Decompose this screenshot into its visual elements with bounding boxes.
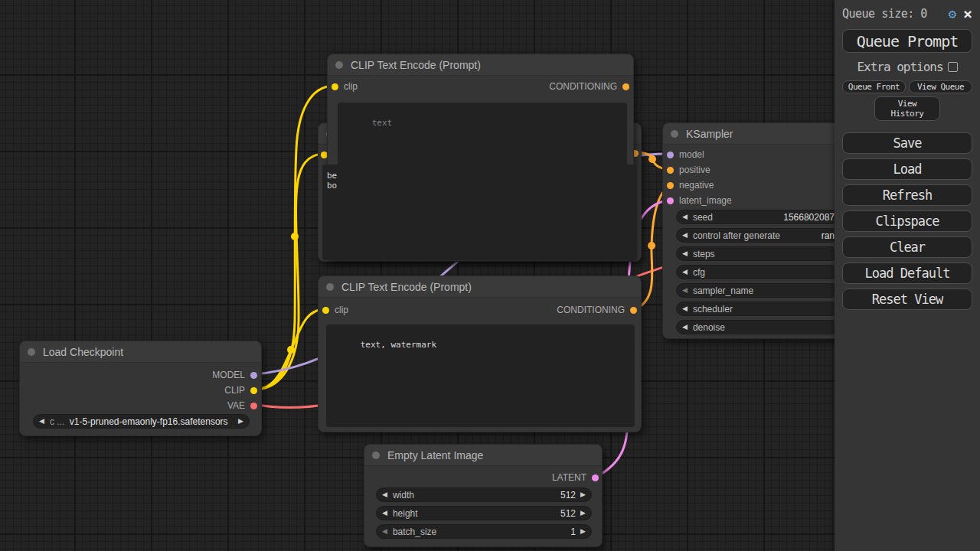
collapse-dot-icon[interactable] — [28, 348, 35, 356]
queue-size-label: Queue size: 0 — [842, 7, 927, 21]
widget-label: cfg — [693, 267, 705, 278]
node-header[interactable]: Empty Latent Image — [364, 445, 602, 466]
node-title: CLIP Text Encode (Prompt) — [341, 281, 472, 293]
right-arrow-icon[interactable]: ▶ — [575, 524, 591, 539]
widget-height[interactable]: ◀ height 512 ▶ — [376, 506, 592, 520]
widget-steps[interactable]: ◀ steps — [676, 246, 838, 261]
widget-control-after-generate[interactable]: ◀ control after generate ran — [676, 228, 838, 243]
widget-value: 1566802087 — [783, 212, 835, 223]
right-arrow-icon[interactable]: ▶ — [233, 414, 249, 429]
widget-cfg[interactable]: ◀ cfg — [676, 265, 838, 279]
input-label: clip — [344, 81, 358, 92]
collapse-dot-icon[interactable] — [326, 283, 334, 291]
prompt-textarea[interactable]: text, watermark — [326, 324, 635, 427]
widget-value: 512 — [560, 490, 576, 500]
clipspace-button[interactable]: Clipspace — [842, 210, 972, 232]
output-label: CLIP — [224, 385, 245, 396]
left-arrow-icon[interactable]: ◀ — [377, 506, 393, 520]
widget-value: v1-5-pruned-emaonly-fp16.safetensors — [70, 416, 228, 427]
node-header[interactable]: KSampler — [663, 123, 845, 145]
node-ksampler[interactable]: KSampler model positive negative latent_… — [662, 122, 846, 339]
wire-midpoint-dot[interactable] — [648, 155, 656, 163]
widget-label: scheduler — [693, 304, 733, 315]
view-history-button[interactable]: View History — [874, 96, 940, 121]
reset-view-button[interactable]: Reset View — [842, 289, 972, 310]
collapse-dot-icon[interactable] — [335, 61, 343, 69]
queue-front-button[interactable]: Queue Front — [842, 80, 906, 93]
node-header[interactable]: CLIP Text Encode (Prompt) — [318, 276, 641, 298]
input-port-model[interactable] — [667, 152, 674, 158]
widget-width[interactable]: ◀ width 512 ▶ — [376, 487, 592, 502]
widget-value: 512 — [560, 508, 576, 519]
input-port-negative[interactable] — [667, 182, 674, 189]
left-arrow-icon[interactable]: ◀ — [677, 302, 693, 316]
left-arrow-icon[interactable]: ◀ — [34, 414, 50, 429]
widget-label: c ... — [50, 416, 64, 427]
output-port-model[interactable] — [250, 372, 257, 379]
load-default-button[interactable]: Load Default — [842, 262, 972, 284]
wire-midpoint-dot[interactable] — [291, 233, 299, 240]
output-port-latent[interactable] — [592, 474, 599, 481]
node-title: Empty Latent Image — [387, 449, 483, 461]
output-port-vae[interactable] — [250, 403, 257, 409]
widget-label: width — [393, 490, 414, 500]
node-load-checkpoint[interactable]: Load Checkpoint MODEL CLIP VAE ◀ c ... v… — [19, 341, 262, 436]
right-arrow-icon[interactable]: ▶ — [575, 487, 591, 502]
left-arrow-icon[interactable]: ◀ — [677, 210, 693, 224]
textarea-placeholder: text — [372, 118, 393, 128]
input-port-clip[interactable] — [332, 83, 338, 90]
input-port-positive[interactable] — [667, 167, 674, 174]
right-arrow-icon[interactable]: ▶ — [575, 506, 591, 520]
left-arrow-icon[interactable]: ◀ — [677, 228, 693, 243]
widget-batch-size[interactable]: ◀ batch_size 1 ▶ — [376, 524, 592, 539]
left-arrow-icon[interactable]: ◀ — [677, 265, 693, 279]
left-arrow-icon[interactable]: ◀ — [677, 320, 693, 334]
node-title: Load Checkpoint — [43, 346, 123, 358]
wire-midpoint-dot[interactable] — [648, 242, 655, 249]
refresh-button[interactable]: Refresh — [842, 184, 972, 206]
left-arrow-icon[interactable]: ◀ — [677, 246, 693, 261]
prompt-textarea-hidden[interactable]: be bo — [322, 165, 637, 260]
extra-options-checkbox[interactable] — [948, 62, 958, 72]
textarea-line: be — [327, 171, 337, 181]
widget-seed[interactable]: ◀ seed 1566802087 — [676, 210, 838, 224]
input-port-latent-image[interactable] — [667, 197, 674, 204]
widget-label: denoise — [693, 322, 725, 333]
output-port-conditioning[interactable] — [622, 83, 629, 90]
clear-button[interactable]: Clear — [842, 236, 972, 258]
node-graph-canvas[interactable]: be bo CLIP Text Encode (Prompt) clip CON… — [0, 0, 980, 551]
input-port-clip[interactable] — [322, 307, 329, 314]
output-label: VAE — [227, 400, 245, 411]
collapse-dot-icon[interactable] — [372, 452, 380, 459]
widget-label: height — [393, 508, 418, 519]
close-icon[interactable]: × — [963, 8, 972, 20]
output-port-conditioning[interactable] — [630, 307, 637, 314]
queue-prompt-button[interactable]: Queue Prompt — [842, 29, 972, 53]
widget-scheduler[interactable]: ◀ scheduler — [676, 302, 838, 316]
output-label: LATENT — [552, 472, 586, 483]
node-clip-text-encode-negative[interactable]: CLIP Text Encode (Prompt) clip CONDITION… — [318, 276, 642, 432]
widget-label: seed — [693, 212, 713, 223]
output-port-clip[interactable] — [250, 387, 257, 394]
node-header[interactable]: Load Checkpoint — [20, 341, 261, 363]
input-label: clip — [335, 305, 348, 315]
left-arrow-icon[interactable]: ◀ — [677, 283, 693, 298]
widget-label: batch_size — [393, 527, 436, 537]
textarea-text: text, watermark — [361, 340, 436, 350]
node-header[interactable]: CLIP Text Encode (Prompt) — [328, 54, 633, 76]
widget-sampler-name[interactable]: ◀ sampler_name — [676, 283, 838, 298]
widget-ckpt-name[interactable]: ◀ c ... v1-5-pruned-emaonly-fp16.safeten… — [33, 414, 250, 429]
left-arrow-icon[interactable]: ◀ — [377, 524, 393, 539]
widget-denoise[interactable]: ◀ denoise — [676, 320, 838, 334]
wire-midpoint-dot[interactable] — [287, 346, 295, 354]
node-empty-latent-image[interactable]: Empty Latent Image LATENT ◀ width 512 ▶ … — [364, 444, 603, 547]
gear-icon[interactable]: ⚙ — [949, 6, 956, 21]
view-queue-button[interactable]: View Queue — [909, 80, 972, 93]
left-arrow-icon[interactable]: ◀ — [377, 487, 393, 502]
load-button[interactable]: Load — [842, 158, 972, 180]
extra-options-label: Extra options — [857, 60, 942, 74]
save-button[interactable]: Save — [842, 132, 972, 154]
input-label: positive — [679, 165, 710, 175]
input-label: model — [679, 149, 704, 160]
collapse-dot-icon[interactable] — [671, 130, 678, 138]
